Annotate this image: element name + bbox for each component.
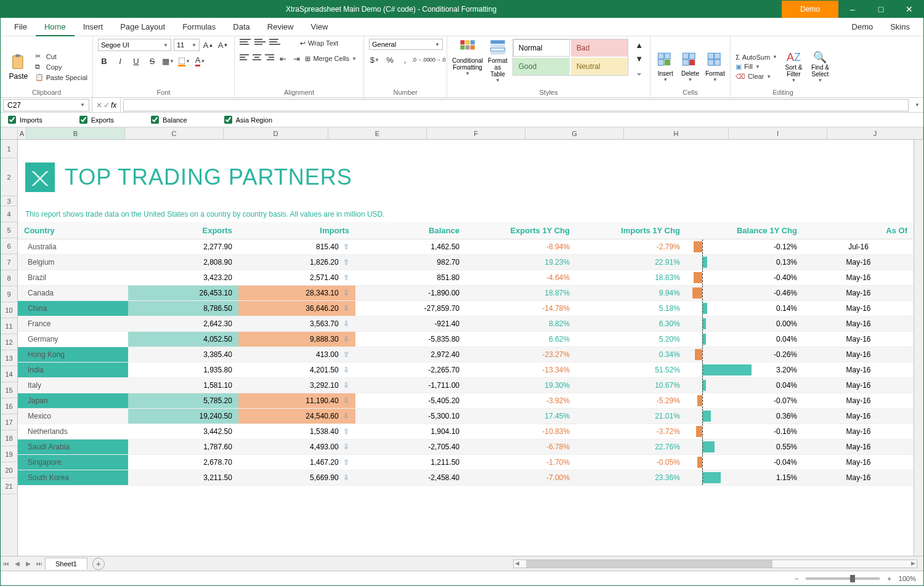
name-box[interactable]: C27▼ [3,99,89,111]
find-select-button[interactable]: 🔍 Find & Select▼ [810,39,830,95]
style-neutral[interactable]: Neutral [571,58,628,75]
close-button[interactable]: ✕ [895,1,923,18]
underline-button[interactable]: U [130,55,142,67]
menu-tab-skins[interactable]: Skins [881,18,918,35]
sheet-tab[interactable]: Sheet1 [45,558,87,569]
align-right-button[interactable] [265,54,274,63]
fill-button[interactable]: ▣Fill▼ [736,63,777,71]
table-row[interactable]: France2,642.303,563.70 ⇩-921.408.82%6.30… [18,316,914,332]
wrap-text-button[interactable]: ↩Wrap Text [300,39,338,47]
filter-imports[interactable]: Imports [8,116,43,124]
table-row[interactable]: South Korea3,211.505,669.90 ⇩-2,458.40-7… [18,470,914,486]
align-center-button[interactable] [253,54,262,63]
italic-button[interactable]: I [114,55,126,67]
sheet-nav-last[interactable]: ⏭ [34,560,45,567]
table-row[interactable]: Netherlands3,442.501,538.40 ⇧1,904.10-10… [18,424,914,440]
font-name-select[interactable]: Segoe UI▼ [98,39,171,51]
table-row[interactable]: Singapore2,678.701,467.20 ⇧1,211.50-1.70… [18,455,914,470]
style-good[interactable]: Good [513,58,570,75]
font-size-select[interactable]: 11▼ [174,39,200,51]
menu-tab-data[interactable]: Data [224,18,258,35]
demo-button[interactable]: Demo [782,1,838,18]
column-header[interactable]: Imports 1Y Chg [576,222,686,239]
table-row[interactable]: Germany4,052.509,888.30 ⇩-5,835.806.62%5… [18,332,914,347]
column-header[interactable]: Country [18,222,128,239]
increase-decimal-button[interactable]: .0→.00 [415,54,427,66]
add-sheet-button[interactable]: + [92,558,105,570]
sort-filter-button[interactable]: AZ Sort & Filter▼ [784,39,804,95]
zoom-slider[interactable] [806,577,880,580]
formula-input[interactable] [123,99,909,111]
style-bad[interactable]: Bad [571,39,628,57]
styles-expand[interactable]: ⌄ [633,66,646,78]
align-bottom-button[interactable] [269,39,280,47]
sheet-nav-next[interactable]: ▶ [23,560,34,567]
insert-cells-button[interactable]: Insert▼ [655,39,675,95]
row-headers[interactable]: 1 2 3 4 5 6789101112131415161718192021 [1,140,18,556]
copy-button[interactable]: ⧉Copy [35,63,87,71]
table-row[interactable]: Japan5,785.2011,190.40 ⇩-5,405.20-3.92%-… [18,393,914,409]
formula-expand-icon[interactable]: ▼ [911,102,923,108]
menu-tab-review[interactable]: Review [259,18,302,35]
accept-formula-icon[interactable]: ✓ [103,101,110,110]
filter-exports[interactable]: Exports [79,116,114,124]
table-row[interactable]: Brazil3,423.202,571.40 ⇧851.80-4.64%18.8… [18,270,914,286]
styles-scroll-up[interactable]: ▲ [633,39,646,51]
table-row[interactable]: China8,786.5036,646.20 ⇩-27,859.70-14.78… [18,301,914,316]
minimize-button[interactable]: – [838,1,867,18]
horizontal-scrollbar[interactable]: ◀ ▶ [513,560,917,568]
column-header[interactable]: As Of [803,222,914,239]
menu-tab-home[interactable]: Home [36,18,75,36]
column-header[interactable]: Balance [355,222,466,239]
decrease-font-button[interactable]: A▼ [217,39,229,51]
menu-tab-demo[interactable]: Demo [843,18,882,35]
cancel-formula-icon[interactable]: ✕ [96,101,102,110]
currency-button[interactable]: $▼ [369,54,381,66]
decrease-indent-button[interactable]: ⇤ [278,52,288,65]
sheet-nav-first[interactable]: ⏮ [1,560,12,567]
table-row[interactable]: Saudi Arabia1,787.604,493.00 ⇩-2,705.40-… [18,440,914,455]
borders-button[interactable]: ▦▼ [162,55,174,67]
delete-cells-button[interactable]: Delete▼ [680,39,700,95]
fx-icon[interactable]: fx [111,101,116,110]
autosum-button[interactable]: ΣAutoSum▼ [736,54,777,61]
column-header[interactable]: Balance 1Y Chg [686,222,803,239]
clear-button[interactable]: ⌫Clear▼ [736,73,777,81]
styles-scroll-down[interactable]: ▼ [633,52,646,65]
column-headers[interactable]: A B C D E F G H I J [1,127,923,140]
format-as-table-button[interactable]: Format as Table▼ [488,39,508,83]
column-header[interactable]: Imports [238,222,355,239]
paste-special-button[interactable]: 📋Paste Special [35,73,87,82]
filter-balance[interactable]: Balance [151,116,187,124]
merge-cells-button[interactable]: ⊞Merge Cells▼ [305,55,357,63]
font-color-button[interactable]: A▼ [194,55,206,67]
table-row[interactable]: Italy1,581.103,292.10 ⇩-1,711.0019.30%10… [18,378,914,393]
zoom-out-button[interactable]: − [795,575,798,582]
menu-tab-page-layout[interactable]: Page Layout [111,18,174,35]
table-row[interactable]: Belgium2,808.901,826.20 ⇧982.7019.23%22.… [18,255,914,270]
strike-button[interactable]: S [146,55,158,67]
style-normal[interactable]: Normal [513,39,570,57]
increase-indent-button[interactable]: ⇥ [291,52,301,65]
maximize-button[interactable]: □ [867,1,895,18]
percent-button[interactable]: % [384,54,396,66]
cell-styles-gallery[interactable]: Normal Bad Good Neutral [513,39,628,76]
fill-color-button[interactable]: ⬚▼ [178,55,190,67]
align-top-button[interactable] [240,39,251,47]
paste-button[interactable]: Paste [6,39,31,95]
align-middle-button[interactable] [254,39,265,47]
zoom-in-button[interactable]: + [887,575,891,582]
menu-tab-insert[interactable]: Insert [75,18,112,35]
column-header[interactable]: Exports [128,222,238,239]
menu-tab-file[interactable]: File [6,18,36,35]
format-cells-button[interactable]: Format▼ [705,39,725,95]
table-row[interactable]: Australia2,277.90815.40 ⇧1,462.50-8.94%-… [18,239,914,255]
menu-tab-formulas[interactable]: Formulas [174,18,224,35]
increase-font-button[interactable]: A▲ [202,39,214,51]
table-row[interactable]: India1,935.804,201.50 ⇩-2,265.70-13.34%5… [18,363,914,378]
filter-asia[interactable]: Asia Region [224,116,272,124]
table-row[interactable]: Hong Kong3,385.40413.00 ⇧2,972.40-23.27%… [18,347,914,363]
table-row[interactable]: Canada26,453.1028,343.10 ⇩-1,890.0018.87… [18,286,914,301]
sheet-nav-prev[interactable]: ◀ [12,560,23,567]
number-format-select[interactable]: General▼ [369,39,443,50]
